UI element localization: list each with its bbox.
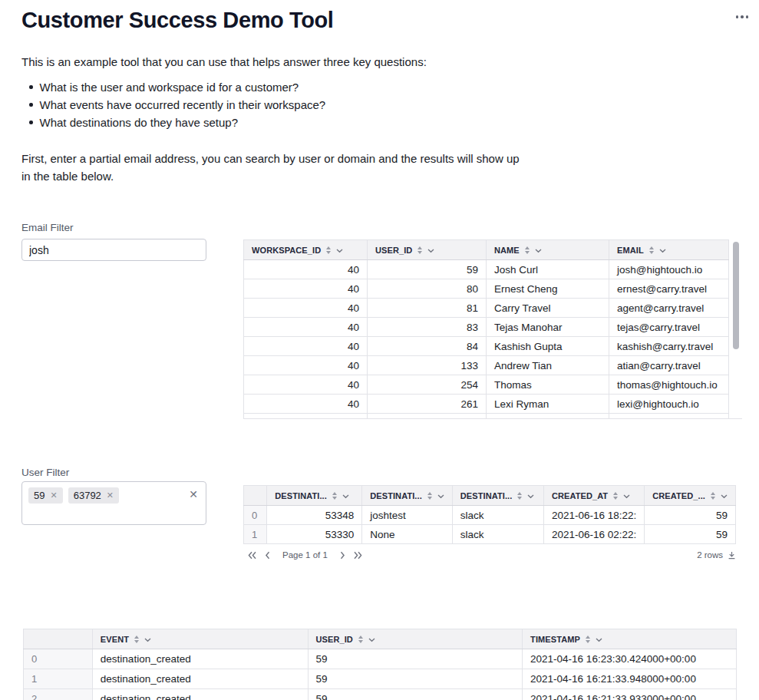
table-cell: 59	[645, 506, 736, 525]
column-label: WORKSPACE_ID	[252, 246, 321, 255]
sort-icon[interactable]	[711, 492, 715, 500]
column-header[interactable]: EMAIL	[609, 240, 729, 260]
sort-icon[interactable]	[427, 492, 432, 500]
first-page-button[interactable]	[244, 548, 259, 562]
ellipsis-dot	[746, 15, 749, 18]
sort-icon[interactable]	[517, 492, 522, 500]
row-count: 2 rows	[697, 550, 723, 560]
table-cell: 40	[244, 299, 368, 318]
column-label: DESTINATI...	[370, 491, 422, 500]
table-cell: Josh Curl	[487, 260, 609, 279]
sort-icon[interactable]	[417, 246, 422, 254]
table-cell: 81	[368, 299, 487, 318]
instructions-text: First, enter a partial email address, yo…	[21, 150, 524, 185]
table-row: 053348joshtestslack2021-06-16 18:22:59	[244, 506, 736, 525]
table-cell: Ernest Cheng	[487, 279, 609, 299]
email-filter-input[interactable]	[21, 239, 206, 261]
more-menu-button[interactable]	[730, 9, 755, 25]
column-menu-icon[interactable]	[527, 491, 534, 500]
data-grid: WORKSPACE_IDUSER_IDNAMEEMAIL4059Josh Cur…	[243, 239, 729, 419]
filter-tag: 63792✕	[68, 487, 119, 504]
row-index-cell: 1	[244, 525, 267, 544]
sort-icon[interactable]	[358, 636, 363, 643]
table-cell: 2021-06-16 18:22:	[543, 506, 644, 525]
column-menu-icon[interactable]	[368, 635, 375, 644]
column-header[interactable]: WORKSPACE_ID	[244, 240, 368, 260]
remove-tag-icon[interactable]: ✕	[50, 491, 57, 500]
table-cell: tejas@carry.travel	[609, 318, 729, 337]
table-row: 4084Kashish Guptakashish@carry.travel	[244, 337, 729, 356]
column-menu-icon[interactable]	[535, 246, 542, 255]
column-header[interactable]: CREATED_AT	[543, 486, 644, 506]
table-cell: 59	[645, 525, 736, 544]
column-header[interactable]: USER_ID	[308, 629, 523, 649]
bullet-dot	[29, 103, 33, 107]
table-row: 2destination_created592021-04-16 16:21:3…	[24, 689, 737, 700]
ellipsis-dot	[741, 15, 744, 18]
column-menu-icon[interactable]	[596, 635, 602, 644]
table-cell: 261	[368, 395, 487, 414]
bullet-text: What events have occurred recently in th…	[40, 96, 326, 114]
table-cell: Lexi Ryman	[487, 395, 609, 414]
column-label: EMAIL	[617, 246, 644, 255]
download-icon[interactable]	[728, 551, 736, 560]
table-cell	[244, 414, 368, 420]
page: Customer Success Demo Tool This is an ex…	[0, 0, 759, 700]
table-row: 4080Ernest Chengernest@carry.travel	[244, 279, 729, 299]
prev-page-button[interactable]	[259, 548, 275, 562]
bullet-dot	[29, 121, 33, 124]
table-cell: Tejas Manohar	[487, 318, 609, 337]
user-filter-input[interactable]: 59✕63792✕ ✕	[21, 481, 206, 525]
table-row	[244, 414, 729, 420]
column-menu-icon[interactable]	[721, 491, 728, 500]
table-cell: slack	[452, 525, 543, 544]
table-cell: 53330	[267, 525, 362, 544]
table-cell: 80	[368, 279, 487, 299]
table-cell: 84	[368, 337, 487, 356]
table-row: 40261Lexi Rymanlexi@hightouch.io	[244, 395, 729, 414]
clear-all-icon[interactable]: ✕	[189, 489, 198, 500]
column-menu-icon[interactable]	[659, 246, 666, 255]
data-grid: DESTINATI...DESTINATI...DESTINATI...CREA…	[243, 485, 736, 544]
column-header[interactable]: USER_ID	[368, 240, 487, 260]
column-header[interactable]: DESTINATI...	[267, 486, 362, 506]
bullet-dot	[29, 85, 33, 89]
column-label: DESTINATI...	[460, 491, 513, 500]
bullet-text: What is the user and workspace id for a …	[40, 78, 299, 96]
sort-icon[interactable]	[613, 492, 618, 500]
sort-icon[interactable]	[586, 636, 590, 643]
column-header[interactable]: DESTINATI...	[362, 486, 453, 506]
users-table-scrollbar[interactable]	[733, 242, 739, 349]
table-cell: 2021-04-16 16:21:33.948000+00:00	[523, 669, 737, 689]
remove-tag-icon[interactable]: ✕	[107, 491, 114, 500]
column-header[interactable]: TIMESTAMP	[523, 629, 737, 649]
row-index-cell: 2	[24, 689, 93, 700]
sort-icon[interactable]	[649, 246, 654, 254]
sort-icon[interactable]	[134, 636, 139, 643]
column-menu-icon[interactable]	[427, 246, 434, 255]
sort-icon[interactable]	[332, 492, 337, 500]
data-grid: EVENTUSER_IDTIMESTAMP0destination_create…	[23, 629, 737, 700]
column-header[interactable]: DESTINATI...	[452, 486, 543, 506]
table-cell: destination_created	[92, 689, 308, 700]
index-column-header	[244, 486, 267, 506]
column-menu-icon[interactable]	[144, 635, 151, 644]
column-header[interactable]: NAME	[487, 240, 609, 260]
sort-icon[interactable]	[326, 246, 331, 254]
column-menu-icon[interactable]	[437, 491, 444, 500]
next-page-button[interactable]	[335, 548, 351, 562]
last-page-button[interactable]	[351, 548, 366, 562]
table-cell: 59	[368, 260, 487, 279]
column-menu-icon[interactable]	[623, 491, 630, 500]
column-header[interactable]: EVENT	[92, 629, 308, 649]
column-menu-icon[interactable]	[342, 491, 349, 500]
events-table: EVENTUSER_IDTIMESTAMP0destination_create…	[23, 629, 737, 700]
column-label: EVENT	[101, 635, 129, 644]
column-label: CREATED_...	[652, 491, 705, 500]
table-row: 4081Carry Travelagent@carry.travel	[244, 299, 729, 318]
column-menu-icon[interactable]	[336, 246, 343, 255]
sort-icon[interactable]	[525, 246, 530, 254]
table-cell: 40	[244, 337, 368, 356]
column-header[interactable]: CREATED_...	[645, 486, 736, 506]
table-cell: 40	[244, 279, 368, 299]
